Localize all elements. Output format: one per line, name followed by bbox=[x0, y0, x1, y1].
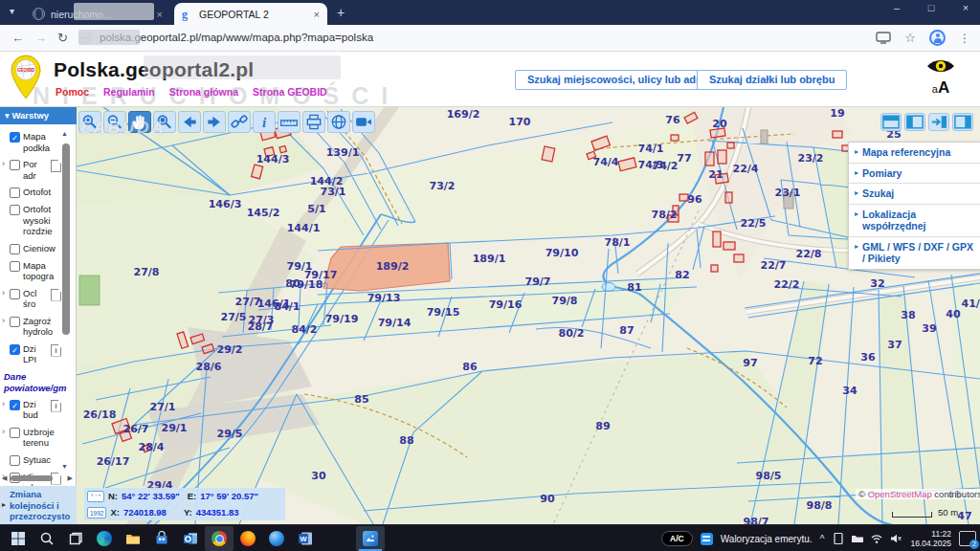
layer-row[interactable]: Ortofot wysoki rozdzie bbox=[0, 201, 61, 240]
tray-volume-muted-icon[interactable] bbox=[889, 532, 902, 545]
horizontal-scroll-thumb[interactable] bbox=[11, 475, 53, 481]
info-icon[interactable] bbox=[51, 400, 61, 412]
tray-folder-icon[interactable] bbox=[851, 532, 864, 545]
taskbar-start-icon[interactable] bbox=[4, 526, 33, 551]
link-strona-glowna[interactable]: Strona główna bbox=[169, 86, 238, 98]
info-icon[interactable] bbox=[51, 344, 61, 357]
map-canvas[interactable] bbox=[77, 107, 980, 524]
send-to-device-icon[interactable] bbox=[876, 32, 891, 44]
horizontal-scrollbar[interactable]: ◀ ▶ bbox=[0, 474, 75, 483]
browser-tab-active[interactable]: g GEOPORTAL 2 × bbox=[174, 3, 327, 25]
layer-checkbox[interactable] bbox=[10, 261, 20, 272]
font-size-control[interactable]: aA bbox=[924, 78, 957, 98]
vertical-scrollbar[interactable] bbox=[62, 143, 70, 335]
layer-checkbox[interactable] bbox=[10, 428, 20, 438]
news-widget-text[interactable]: Waloryzacja emerytu... bbox=[721, 534, 813, 544]
expander-icon[interactable]: › bbox=[2, 399, 10, 409]
info-tool-button[interactable]: i bbox=[253, 111, 276, 133]
weather-badge[interactable]: A/C bbox=[661, 531, 693, 546]
maximize-button[interactable]: □ bbox=[924, 2, 938, 13]
hidden-icons-chevron[interactable]: ^ bbox=[820, 534, 825, 544]
layer-checkbox[interactable]: ✓ bbox=[10, 400, 20, 410]
zoom-out-tool-button[interactable] bbox=[103, 111, 126, 133]
link-pomoc[interactable]: Pomoc bbox=[56, 86, 89, 98]
news-widget-icon[interactable] bbox=[701, 533, 713, 545]
expander-icon[interactable]: › bbox=[2, 288, 10, 298]
scroll-right-icon[interactable]: ▶ bbox=[68, 474, 73, 482]
layer-checkbox[interactable]: ✓ bbox=[10, 344, 20, 355]
pan-tool-button[interactable] bbox=[128, 111, 151, 133]
highlighted-parcel[interactable] bbox=[323, 243, 450, 291]
layer-row[interactable]: ›Zagroż hydrolo bbox=[0, 313, 61, 341]
layout-top-button[interactable] bbox=[880, 113, 902, 131]
layout-left-button[interactable] bbox=[904, 113, 925, 131]
dms-toggle-button[interactable]: ° ' " bbox=[87, 491, 104, 502]
back-icon[interactable]: ← bbox=[11, 31, 24, 45]
site-info-icon[interactable]: ··· bbox=[78, 32, 93, 45]
camera-tool-button[interactable] bbox=[352, 111, 375, 133]
taskbar-photos-icon[interactable] bbox=[356, 526, 385, 551]
menu-item[interactable]: ▸Lokalizacja współrzędnej bbox=[849, 205, 980, 237]
font-large-label[interactable]: A bbox=[938, 78, 949, 97]
menu-item[interactable]: ▸Mapa referencyjna bbox=[849, 143, 980, 164]
scroll-up-icon[interactable]: ▲ bbox=[61, 130, 68, 137]
measure-tool-button[interactable] bbox=[278, 111, 301, 133]
collapse-right-button[interactable] bbox=[928, 113, 949, 131]
layer-row[interactable]: ›✓Dzi bud bbox=[0, 396, 61, 424]
layer-row[interactable]: Mapa topogra bbox=[0, 257, 61, 285]
menu-item[interactable]: ▸GML / WFS / DXF / GPX / Pikiety bbox=[849, 237, 980, 269]
browser-tab-inactive[interactable]: nieruchomo... × bbox=[25, 3, 170, 25]
layer-checkbox[interactable] bbox=[10, 317, 20, 327]
link-strona-geobid[interactable]: Strona GEOBID bbox=[253, 86, 327, 98]
layer-checkbox[interactable] bbox=[10, 244, 20, 254]
layer-row[interactable]: ›Ocl śro bbox=[0, 285, 61, 313]
layers-panel-header[interactable]: ▾ Warstwy bbox=[0, 107, 77, 124]
doc-icon[interactable] bbox=[51, 160, 61, 172]
taskbar-chrome-icon[interactable] bbox=[205, 526, 234, 551]
new-tab-button[interactable]: + bbox=[337, 5, 345, 20]
link-regulamin[interactable]: Regulamin bbox=[103, 86, 155, 98]
taskbar-clock[interactable]: 11:22 16.04.2025 bbox=[910, 529, 951, 548]
layer-checkbox[interactable] bbox=[10, 455, 20, 466]
layout-right-button[interactable] bbox=[952, 113, 973, 131]
layer-row[interactable]: ›Por adr bbox=[0, 156, 61, 184]
taskbar-word-icon[interactable]: W bbox=[291, 526, 320, 551]
back-tool-button[interactable] bbox=[178, 111, 201, 133]
taskbar-edge-icon[interactable] bbox=[90, 526, 119, 551]
expander-icon[interactable]: › bbox=[2, 316, 10, 326]
taskbar-file-explorer-icon[interactable] bbox=[119, 526, 147, 551]
taskbar-globe-app-icon[interactable] bbox=[262, 526, 291, 551]
close-tab-icon[interactable]: × bbox=[314, 9, 320, 20]
close-tab-icon[interactable]: × bbox=[157, 9, 163, 20]
map-viewport[interactable]: 144/3139/1144/273/15/1144/1146/3145/2169… bbox=[77, 107, 980, 524]
layer-checkbox[interactable]: ✓ bbox=[10, 132, 20, 143]
forward-tool-button[interactable] bbox=[203, 111, 226, 133]
openstreetmap-link[interactable]: OpenStreetMap bbox=[868, 489, 932, 499]
reload-icon[interactable]: ↻ bbox=[57, 31, 68, 45]
accessibility-eye-icon[interactable] bbox=[926, 57, 955, 75]
taskbar-task-view-icon[interactable] bbox=[61, 526, 90, 551]
taskbar-outlook-icon[interactable] bbox=[176, 526, 205, 551]
expander-icon[interactable]: › bbox=[2, 427, 10, 437]
layer-row[interactable]: ✓Dzi LPI bbox=[0, 341, 61, 368]
globe-tool-button[interactable] bbox=[327, 111, 350, 133]
notification-center-icon[interactable]: 2 bbox=[959, 531, 976, 546]
browser-menu-icon[interactable]: ⋮ bbox=[959, 32, 970, 45]
tray-wifi-icon[interactable] bbox=[870, 532, 883, 545]
zoom-in-tool-button[interactable] bbox=[78, 111, 101, 133]
tab-search-chevron-icon[interactable]: ▾ bbox=[10, 6, 14, 16]
expander-icon[interactable]: › bbox=[2, 159, 10, 169]
print-tool-button[interactable] bbox=[302, 111, 325, 133]
taskbar-store-icon[interactable] bbox=[147, 526, 176, 551]
layer-order-link[interactable]: ▸ Zmiana kolejności i przezroczysto bbox=[0, 486, 77, 524]
layer-checkbox[interactable] bbox=[10, 289, 20, 299]
layer-row[interactable]: Sytuac bbox=[0, 452, 61, 469]
forward-icon[interactable]: → bbox=[34, 31, 47, 45]
menu-item[interactable]: ▸Szukaj bbox=[849, 184, 980, 205]
layer-checkbox[interactable] bbox=[10, 205, 20, 215]
profile-avatar[interactable] bbox=[929, 30, 946, 46]
close-button[interactable]: × bbox=[959, 2, 972, 13]
taskbar-firefox-icon[interactable] bbox=[234, 526, 262, 551]
search-parcel-button[interactable]: Szukaj działki lub obrębu bbox=[697, 70, 847, 90]
menu-item[interactable]: ▸Pomiary bbox=[849, 164, 980, 185]
